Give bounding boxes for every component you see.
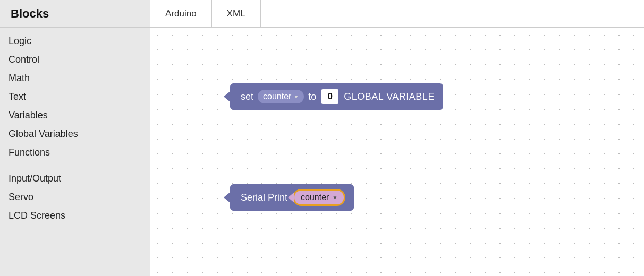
sidebar-spacer — [0, 162, 150, 169]
tab-arduino-label: Arduino — [165, 8, 197, 19]
zero-value-box[interactable]: 0 — [320, 88, 340, 105]
block-set-counter[interactable]: set counter ▼ to 0 GLOBAL VARIABLE — [230, 83, 443, 110]
global-variable-label: GLOBAL VARIABLE — [344, 91, 435, 102]
blocks-title: Blocks — [0, 0, 150, 27]
counter-pill-label: counter — [263, 92, 291, 101]
sidebar: Logic Control Math Text Variables Global… — [0, 28, 150, 276]
sidebar-item-text[interactable]: Text — [0, 88, 150, 106]
main-area: Logic Control Math Text Variables Global… — [0, 28, 644, 276]
tab-xml-label: XML — [227, 8, 245, 19]
sidebar-item-logic[interactable]: Logic — [0, 32, 150, 50]
serial-counter-label: counter — [301, 193, 329, 202]
block-serial-print[interactable]: Serial Print counter ▼ — [230, 184, 354, 211]
serial-print-label: Serial Print — [241, 192, 287, 203]
counter-dropdown[interactable]: counter ▼ — [258, 90, 304, 104]
sidebar-item-variables[interactable]: Variables — [0, 106, 150, 125]
sidebar-item-global-variables[interactable]: Global Variables — [0, 125, 150, 143]
set-label: set — [241, 91, 253, 102]
serial-counter-dropdown-arrow: ▼ — [332, 195, 337, 201]
to-label: to — [308, 91, 316, 102]
sidebar-item-functions[interactable]: Functions — [0, 143, 150, 162]
sidebar-item-servo[interactable]: Servo — [0, 188, 150, 206]
sidebar-item-input-output[interactable]: Input/Output — [0, 169, 150, 188]
canvas[interactable]: set counter ▼ to 0 GLOBAL VARIABLE Seria… — [150, 28, 644, 276]
serial-counter-dropdown[interactable]: counter ▼ — [293, 189, 345, 206]
sidebar-item-lcd-screens[interactable]: LCD Screens — [0, 206, 150, 225]
sidebar-item-math[interactable]: Math — [0, 69, 150, 88]
blocks-label: Blocks — [11, 7, 49, 21]
counter-dropdown-arrow: ▼ — [293, 94, 299, 100]
header: Blocks Arduino XML — [0, 0, 644, 28]
tab-xml[interactable]: XML — [212, 0, 261, 27]
tab-arduino[interactable]: Arduino — [150, 0, 212, 27]
zero-value: 0 — [328, 91, 333, 102]
sidebar-item-control[interactable]: Control — [0, 50, 150, 69]
